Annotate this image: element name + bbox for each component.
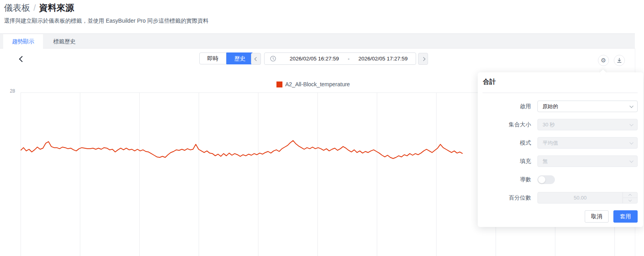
breadcrumb-separator: / (33, 3, 36, 13)
field-label: 填充 (483, 158, 531, 165)
date-start-input[interactable]: 2026/02/05 16:27:59 (282, 56, 347, 62)
chevron-down-icon (630, 122, 634, 126)
breadcrumb: 儀表板/資料來源 (4, 2, 208, 14)
form-row-fill: 填充 無 (483, 155, 638, 167)
field-label: 集合大小 (483, 121, 531, 128)
percentile-number-input: 50.00 (537, 192, 638, 204)
cancel-button[interactable]: 取消 (585, 210, 609, 223)
number-spinner (623, 192, 637, 203)
chevron-left-icon (19, 56, 25, 62)
download-button[interactable] (614, 55, 625, 66)
form-row-percentile: 百分位數 50.00 (483, 192, 638, 204)
chevron-left-icon (255, 57, 259, 61)
fill-select: 無 (537, 155, 638, 167)
tab-trend-display[interactable]: 趨勢顯示 (3, 34, 43, 49)
mode-select: 平均值 (537, 137, 638, 149)
back-button[interactable] (18, 55, 26, 64)
next-range-button[interactable] (418, 53, 428, 65)
chevron-down-icon (630, 159, 634, 163)
tab-bar: 趨勢顯示 標籤歷史 (0, 33, 635, 48)
panel-form: 啟用 原始的 集合大小 30 秒 模式 平均值 (483, 93, 638, 204)
breadcrumb-parent[interactable]: 儀表板 (4, 3, 30, 13)
legend-swatch (276, 81, 282, 87)
download-icon (617, 58, 622, 63)
gear-icon: ⚙ (601, 57, 606, 64)
chevron-down-icon (628, 198, 632, 202)
field-label: 百分位數 (483, 194, 531, 202)
field-label: 模式 (483, 140, 531, 147)
form-row-window-size: 集合大小 30 秒 (483, 119, 638, 130)
form-row-mode: 模式 平均值 (483, 137, 638, 149)
select-value: 無 (543, 158, 548, 165)
aggregation-settings-button[interactable]: ⚙ (598, 55, 609, 66)
number-input-value: 50.00 (538, 192, 623, 203)
panel-footer: 取消 套用 (483, 210, 638, 223)
date-range-separator: - (347, 56, 350, 62)
apply-button[interactable]: 套用 (613, 210, 638, 223)
page-header: 儀表板/資料來源 選擇與建立顯示於儀表板的標籤，並使用 EasyBuilder … (4, 2, 208, 25)
previous-range-button[interactable] (251, 53, 261, 65)
tab-tag-history[interactable]: 標籤歷史 (45, 34, 84, 49)
chevron-down-icon (630, 104, 634, 108)
enable-select[interactable]: 原始的 (537, 101, 638, 112)
page-title: 資料來源 (39, 3, 74, 13)
spinner-down-button (623, 198, 637, 203)
legend-series-label: A2_All-Block_temperature (285, 81, 350, 87)
date-range-picker[interactable]: 2026/02/05 16:27:59 - 2026/02/05 17:27:5… (264, 52, 416, 65)
date-end-input[interactable]: 2026/02/05 17:27:59 (350, 56, 416, 62)
panel-title: 合計 (483, 78, 638, 86)
toggle-knob (538, 176, 545, 183)
page-subtitle: 選擇與建立顯示於儀表板的標籤，並使用 EasyBuilder Pro 同步這些標… (4, 17, 208, 25)
history-mode-button[interactable]: 歷史 (226, 52, 253, 64)
mode-segmented-control: 即時 歷史 (199, 52, 253, 64)
form-row-derivative: 導數 (483, 174, 638, 185)
select-value: 30 秒 (543, 121, 555, 128)
spinner-up-button (623, 192, 637, 198)
realtime-mode-button[interactable]: 即時 (199, 52, 226, 64)
select-value: 原始的 (543, 103, 558, 110)
field-label: 導數 (483, 176, 531, 183)
temperature-series-line (21, 141, 463, 159)
form-row-enable: 啟用 原始的 (483, 101, 638, 112)
field-label: 啟用 (483, 103, 531, 110)
select-value: 平均值 (543, 140, 558, 147)
derivative-toggle (537, 175, 555, 184)
window-size-select: 30 秒 (537, 119, 638, 130)
aggregation-panel: 合計 啟用 原始的 集合大小 30 秒 模式 (478, 72, 643, 227)
legend-item[interactable]: A2_All-Block_temperature (276, 81, 350, 87)
chevron-right-icon (422, 57, 426, 61)
chevron-up-icon (628, 194, 632, 197)
clock-icon (270, 56, 276, 62)
chevron-down-icon (630, 141, 634, 145)
